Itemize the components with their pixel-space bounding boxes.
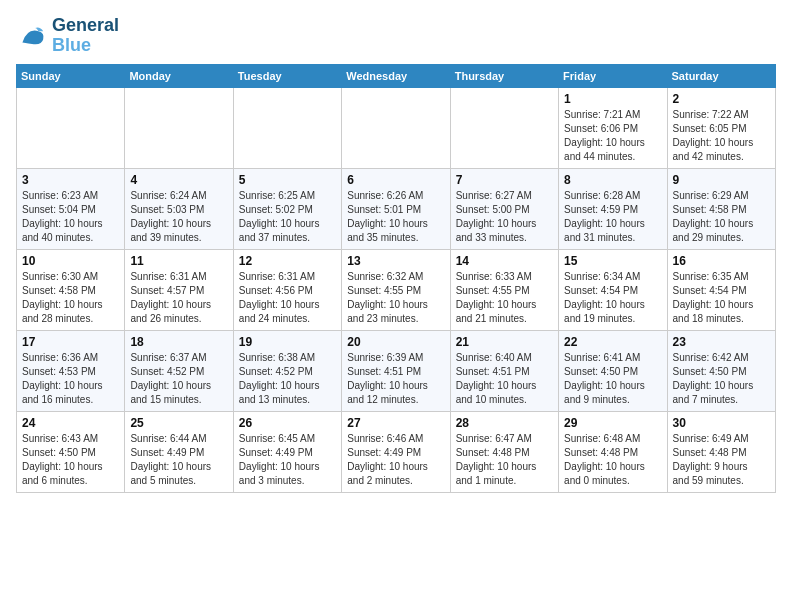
- day-number: 9: [673, 173, 770, 187]
- day-number: 21: [456, 335, 553, 349]
- calendar-cell: 26Sunrise: 6:45 AM Sunset: 4:49 PM Dayli…: [233, 411, 341, 492]
- calendar-header-sunday: Sunday: [17, 64, 125, 87]
- day-number: 14: [456, 254, 553, 268]
- day-number: 26: [239, 416, 336, 430]
- day-detail: Sunrise: 6:41 AM Sunset: 4:50 PM Dayligh…: [564, 351, 661, 407]
- calendar-cell: 4Sunrise: 6:24 AM Sunset: 5:03 PM Daylig…: [125, 168, 233, 249]
- day-number: 7: [456, 173, 553, 187]
- calendar-week-row: 17Sunrise: 6:36 AM Sunset: 4:53 PM Dayli…: [17, 330, 776, 411]
- day-number: 15: [564, 254, 661, 268]
- day-detail: Sunrise: 6:35 AM Sunset: 4:54 PM Dayligh…: [673, 270, 770, 326]
- day-detail: Sunrise: 6:44 AM Sunset: 4:49 PM Dayligh…: [130, 432, 227, 488]
- calendar-cell: 29Sunrise: 6:48 AM Sunset: 4:48 PM Dayli…: [559, 411, 667, 492]
- day-detail: Sunrise: 6:24 AM Sunset: 5:03 PM Dayligh…: [130, 189, 227, 245]
- calendar-cell: 27Sunrise: 6:46 AM Sunset: 4:49 PM Dayli…: [342, 411, 450, 492]
- calendar-cell: 1Sunrise: 7:21 AM Sunset: 6:06 PM Daylig…: [559, 87, 667, 168]
- day-detail: Sunrise: 6:42 AM Sunset: 4:50 PM Dayligh…: [673, 351, 770, 407]
- calendar-cell: 2Sunrise: 7:22 AM Sunset: 6:05 PM Daylig…: [667, 87, 775, 168]
- calendar-cell: 20Sunrise: 6:39 AM Sunset: 4:51 PM Dayli…: [342, 330, 450, 411]
- calendar-cell: 14Sunrise: 6:33 AM Sunset: 4:55 PM Dayli…: [450, 249, 558, 330]
- day-number: 1: [564, 92, 661, 106]
- day-detail: Sunrise: 6:46 AM Sunset: 4:49 PM Dayligh…: [347, 432, 444, 488]
- day-number: 13: [347, 254, 444, 268]
- calendar-cell: 24Sunrise: 6:43 AM Sunset: 4:50 PM Dayli…: [17, 411, 125, 492]
- calendar-table: SundayMondayTuesdayWednesdayThursdayFrid…: [16, 64, 776, 493]
- day-detail: Sunrise: 6:38 AM Sunset: 4:52 PM Dayligh…: [239, 351, 336, 407]
- calendar-cell: 21Sunrise: 6:40 AM Sunset: 4:51 PM Dayli…: [450, 330, 558, 411]
- day-detail: Sunrise: 7:21 AM Sunset: 6:06 PM Dayligh…: [564, 108, 661, 164]
- calendar-cell: 25Sunrise: 6:44 AM Sunset: 4:49 PM Dayli…: [125, 411, 233, 492]
- day-detail: Sunrise: 6:34 AM Sunset: 4:54 PM Dayligh…: [564, 270, 661, 326]
- day-number: 11: [130, 254, 227, 268]
- day-number: 5: [239, 173, 336, 187]
- calendar-cell: 7Sunrise: 6:27 AM Sunset: 5:00 PM Daylig…: [450, 168, 558, 249]
- day-number: 2: [673, 92, 770, 106]
- calendar-cell: 5Sunrise: 6:25 AM Sunset: 5:02 PM Daylig…: [233, 168, 341, 249]
- calendar-week-row: 3Sunrise: 6:23 AM Sunset: 5:04 PM Daylig…: [17, 168, 776, 249]
- calendar-header-tuesday: Tuesday: [233, 64, 341, 87]
- day-detail: Sunrise: 6:40 AM Sunset: 4:51 PM Dayligh…: [456, 351, 553, 407]
- calendar-cell: 19Sunrise: 6:38 AM Sunset: 4:52 PM Dayli…: [233, 330, 341, 411]
- day-number: 18: [130, 335, 227, 349]
- calendar-cell: 28Sunrise: 6:47 AM Sunset: 4:48 PM Dayli…: [450, 411, 558, 492]
- calendar-cell: 23Sunrise: 6:42 AM Sunset: 4:50 PM Dayli…: [667, 330, 775, 411]
- calendar-cell: 10Sunrise: 6:30 AM Sunset: 4:58 PM Dayli…: [17, 249, 125, 330]
- calendar-cell: 30Sunrise: 6:49 AM Sunset: 4:48 PM Dayli…: [667, 411, 775, 492]
- day-number: 29: [564, 416, 661, 430]
- day-detail: Sunrise: 6:25 AM Sunset: 5:02 PM Dayligh…: [239, 189, 336, 245]
- day-number: 25: [130, 416, 227, 430]
- day-detail: Sunrise: 6:36 AM Sunset: 4:53 PM Dayligh…: [22, 351, 119, 407]
- calendar-cell: [125, 87, 233, 168]
- day-detail: Sunrise: 6:28 AM Sunset: 4:59 PM Dayligh…: [564, 189, 661, 245]
- day-detail: Sunrise: 6:43 AM Sunset: 4:50 PM Dayligh…: [22, 432, 119, 488]
- calendar-cell: 9Sunrise: 6:29 AM Sunset: 4:58 PM Daylig…: [667, 168, 775, 249]
- day-detail: Sunrise: 6:37 AM Sunset: 4:52 PM Dayligh…: [130, 351, 227, 407]
- calendar-cell: 16Sunrise: 6:35 AM Sunset: 4:54 PM Dayli…: [667, 249, 775, 330]
- day-detail: Sunrise: 6:23 AM Sunset: 5:04 PM Dayligh…: [22, 189, 119, 245]
- day-detail: Sunrise: 7:22 AM Sunset: 6:05 PM Dayligh…: [673, 108, 770, 164]
- day-detail: Sunrise: 6:33 AM Sunset: 4:55 PM Dayligh…: [456, 270, 553, 326]
- calendar-week-row: 10Sunrise: 6:30 AM Sunset: 4:58 PM Dayli…: [17, 249, 776, 330]
- day-detail: Sunrise: 6:45 AM Sunset: 4:49 PM Dayligh…: [239, 432, 336, 488]
- calendar-week-row: 1Sunrise: 7:21 AM Sunset: 6:06 PM Daylig…: [17, 87, 776, 168]
- day-number: 3: [22, 173, 119, 187]
- calendar-header-saturday: Saturday: [667, 64, 775, 87]
- day-detail: Sunrise: 6:30 AM Sunset: 4:58 PM Dayligh…: [22, 270, 119, 326]
- day-number: 8: [564, 173, 661, 187]
- day-number: 30: [673, 416, 770, 430]
- calendar-cell: 13Sunrise: 6:32 AM Sunset: 4:55 PM Dayli…: [342, 249, 450, 330]
- logo-text: General Blue: [52, 16, 119, 56]
- day-detail: Sunrise: 6:29 AM Sunset: 4:58 PM Dayligh…: [673, 189, 770, 245]
- day-number: 20: [347, 335, 444, 349]
- day-number: 10: [22, 254, 119, 268]
- day-detail: Sunrise: 6:39 AM Sunset: 4:51 PM Dayligh…: [347, 351, 444, 407]
- calendar-cell: 15Sunrise: 6:34 AM Sunset: 4:54 PM Dayli…: [559, 249, 667, 330]
- day-number: 28: [456, 416, 553, 430]
- calendar-header-friday: Friday: [559, 64, 667, 87]
- day-detail: Sunrise: 6:47 AM Sunset: 4:48 PM Dayligh…: [456, 432, 553, 488]
- day-detail: Sunrise: 6:26 AM Sunset: 5:01 PM Dayligh…: [347, 189, 444, 245]
- calendar-cell: 22Sunrise: 6:41 AM Sunset: 4:50 PM Dayli…: [559, 330, 667, 411]
- day-number: 12: [239, 254, 336, 268]
- day-detail: Sunrise: 6:32 AM Sunset: 4:55 PM Dayligh…: [347, 270, 444, 326]
- calendar-cell: 18Sunrise: 6:37 AM Sunset: 4:52 PM Dayli…: [125, 330, 233, 411]
- day-detail: Sunrise: 6:48 AM Sunset: 4:48 PM Dayligh…: [564, 432, 661, 488]
- day-number: 27: [347, 416, 444, 430]
- calendar-week-row: 24Sunrise: 6:43 AM Sunset: 4:50 PM Dayli…: [17, 411, 776, 492]
- day-number: 19: [239, 335, 336, 349]
- day-number: 17: [22, 335, 119, 349]
- calendar-header-row: SundayMondayTuesdayWednesdayThursdayFrid…: [17, 64, 776, 87]
- day-number: 16: [673, 254, 770, 268]
- calendar-header-wednesday: Wednesday: [342, 64, 450, 87]
- calendar-cell: 17Sunrise: 6:36 AM Sunset: 4:53 PM Dayli…: [17, 330, 125, 411]
- day-number: 22: [564, 335, 661, 349]
- calendar-cell: 8Sunrise: 6:28 AM Sunset: 4:59 PM Daylig…: [559, 168, 667, 249]
- day-number: 6: [347, 173, 444, 187]
- calendar-cell: 11Sunrise: 6:31 AM Sunset: 4:57 PM Dayli…: [125, 249, 233, 330]
- day-detail: Sunrise: 6:31 AM Sunset: 4:56 PM Dayligh…: [239, 270, 336, 326]
- calendar-cell: 3Sunrise: 6:23 AM Sunset: 5:04 PM Daylig…: [17, 168, 125, 249]
- calendar-cell: [450, 87, 558, 168]
- day-number: 24: [22, 416, 119, 430]
- day-number: 23: [673, 335, 770, 349]
- day-detail: Sunrise: 6:49 AM Sunset: 4:48 PM Dayligh…: [673, 432, 770, 488]
